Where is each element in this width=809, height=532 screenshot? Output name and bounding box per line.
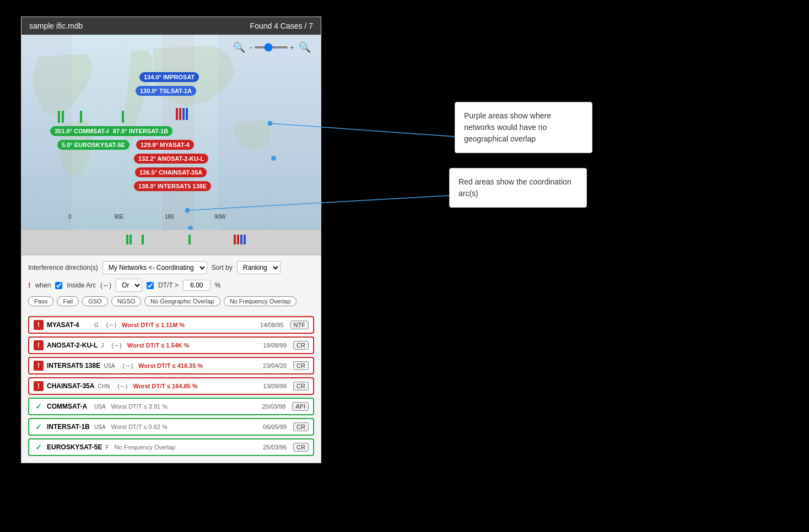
sat-label-euroskysat: 5.0° EUROSKYSAT-5E [57, 140, 130, 150]
axis-90w: 90W [214, 214, 226, 220]
strip-marker-2 [142, 235, 144, 245]
net-country-intersat5: USA [104, 363, 115, 369]
net-country-intersat1b: USA [94, 424, 106, 430]
axis-0: 0 [68, 214, 72, 220]
net-date-commsat: 20/03/98 [262, 403, 285, 410]
sort-select[interactable]: Ranking [237, 261, 281, 274]
zoom-in-button[interactable]: 🔍 [296, 40, 313, 55]
title-bar: sample ific.mdb Found 4 Cases / 7 [21, 17, 321, 35]
net-value-anosat: Worst DT/T ≤ 1.54K % [127, 342, 260, 349]
controls-area: Interference direction(s) My Networks <-… [21, 255, 321, 316]
net-date-intersat1b: 06/05/99 [263, 424, 287, 430]
sat-label-improsat: 134.0° IMPROSAT [139, 72, 199, 82]
zoom-slider[interactable] [255, 46, 288, 48]
app-title: sample ific.mdb [29, 21, 83, 30]
network-row-commsat[interactable]: ✓ COMMSAT-A USA Worst DT/T ≤ 3.91 % 20/0… [28, 398, 314, 415]
net-badge-myasat4: NTF [290, 321, 309, 329]
network-row-myasat4[interactable]: ! MYASAT-4 G (↔) Worst DT/T ≤ 1.11M % 14… [28, 316, 314, 334]
strip-marker-1 [126, 235, 132, 245]
sat-label-tslsat: 130.0° TSLSAT-1A [136, 86, 196, 96]
fail-icon-chainsat: ! [34, 381, 44, 391]
axis-180: 180 [165, 214, 174, 220]
sat-label-intersat5: 138.0° INTERSAT5 138E [134, 181, 211, 191]
red-blue-markers [176, 108, 188, 120]
inside-arc-label: Inside Arc [67, 281, 96, 289]
interference-label: Interference direction(s) [28, 264, 98, 272]
net-name-anosat: ANOSAT-2-KU-L [47, 341, 98, 349]
pass-icon-euroskysat: ✓ [34, 442, 44, 452]
net-badge-commsat: API [292, 402, 309, 411]
sat-label-chainsat: 136.5° CHAINSAT-35A [135, 167, 207, 177]
filter-fail[interactable]: Fail [57, 296, 79, 306]
zoom-out-button[interactable]: 🔍 [231, 40, 247, 55]
network-row-intersat5[interactable]: ! INTERSAT5 138E USA (↔) Worst DT/T ≤ 41… [28, 357, 314, 374]
fail-icon-anosat: ! [34, 340, 44, 350]
when-row: ! when Inside Arc (↔) Or DT/T > % [28, 279, 314, 292]
green-markers-3 [122, 111, 124, 123]
callout-red: Red areas show the coordination arc(s) [449, 168, 587, 208]
net-value-intersat5: Worst DT/T ≤ 416.35 % [138, 362, 260, 369]
sat-label-intersat1b: 87.0° INTERSAT-1B [109, 126, 172, 136]
zoom-plus-icon: + [290, 43, 294, 52]
bottom-strip [21, 230, 321, 255]
filter-gso[interactable]: GSO [82, 296, 107, 306]
net-name-myasat4: MYASAT-4 [47, 321, 91, 329]
net-country-chainsat: CHN [98, 383, 110, 389]
green-markers-2 [80, 111, 82, 123]
network-row-intersat1b[interactable]: ✓ INTERSAT-1B USA Worst DT/T ≤ 0.62 % 06… [28, 418, 314, 436]
or-select[interactable]: Or [116, 279, 142, 292]
main-panel: sample ific.mdb Found 4 Cases / 7 [21, 17, 321, 463]
net-name-commsat: COMMSAT-A [47, 403, 91, 410]
map-area: 134.0° IMPROSAT 130.0° TSLSAT-1A 351.0° … [21, 35, 321, 230]
sort-label: Sort by [212, 264, 233, 272]
net-name-intersat1b: INTERSAT-1B [47, 423, 91, 431]
network-row-chainsat[interactable]: ! CHAINSAT-35A CHN (↔) Worst DT/T ≤ 164.… [28, 377, 314, 395]
strip-marker-4 [234, 235, 246, 245]
exclaim-icon: ! [28, 281, 31, 290]
net-country-myasat4: G [94, 322, 99, 328]
net-badge-anosat: CR [293, 341, 309, 350]
interference-row: Interference direction(s) My Networks <-… [28, 261, 314, 274]
net-dir-intersat5: (↔) [123, 362, 133, 369]
sat-label-anosat: 132.2° ANOSAT-2-KU-L [134, 154, 208, 164]
filter-no-geo[interactable]: No Geographic Overlap [144, 296, 220, 306]
net-value-euroskysat: No Frequency Overlap [115, 444, 260, 450]
net-dir-anosat: (↔) [111, 342, 121, 349]
dt-input[interactable] [183, 280, 211, 291]
fail-icon-intersat5: ! [34, 361, 44, 371]
strip-marker-3 [188, 235, 191, 245]
filter-pass[interactable]: Pass [28, 296, 53, 306]
pass-icon-intersat1b: ✓ [34, 422, 44, 432]
net-value-commsat: Worst DT/T ≤ 3.91 % [111, 403, 259, 410]
network-row-euroskysat[interactable]: ✓ EUROSKYSAT-5E F No Frequency Overlap 2… [28, 438, 314, 456]
interference-select[interactable]: My Networks <- Coordinating [103, 261, 207, 274]
net-dir-chainsat: (↔) [117, 383, 127, 389]
dt-label: DT/T > [158, 281, 179, 289]
found-cases: Found 4 Cases / 7 [250, 21, 313, 30]
net-value-chainsat: Worst DT/T ≤ 164.85 % [133, 383, 260, 389]
dt-checkbox[interactable] [147, 282, 154, 289]
net-date-intersat5: 23/04/20 [263, 362, 287, 369]
callout-red-text: Red areas show the coordination arc(s) [459, 177, 571, 198]
callout-purple-text: Purple areas show where networks would h… [464, 111, 551, 143]
net-name-chainsat: CHAINSAT-35A [47, 382, 94, 390]
net-date-chainsat: 13/09/99 [263, 383, 287, 389]
svg-rect-12 [219, 35, 321, 230]
net-dir-myasat4: (↔) [106, 322, 116, 328]
callout-purple: Purple areas show where networks would h… [455, 102, 592, 153]
net-country-commsat: USA [94, 404, 106, 410]
when-label: when [35, 281, 51, 289]
filter-ngso[interactable]: NGSO [111, 296, 141, 306]
net-badge-chainsat: CR [293, 382, 309, 390]
filter-no-freq[interactable]: No Frequency Overlap [224, 296, 297, 306]
inside-arc-symbol: (↔) [100, 281, 111, 289]
sat-label-commsat: 351.0° COMMSAT-A [50, 126, 115, 136]
callout-dot-1 [271, 156, 276, 161]
network-row-anosat[interactable]: ! ANOSAT-2-KU-L J (↔) Worst DT/T ≤ 1.54K… [28, 336, 314, 354]
inside-arc-checkbox[interactable] [55, 282, 62, 289]
net-name-euroskysat: EUROSKYSAT-5E [47, 443, 102, 451]
axis-90e: 90E [114, 214, 124, 220]
net-badge-intersat5: CR [293, 361, 309, 370]
net-date-euroskysat: 25/03/96 [263, 444, 287, 450]
net-value-intersat1b: Worst DT/T ≤ 0.62 % [111, 424, 260, 430]
